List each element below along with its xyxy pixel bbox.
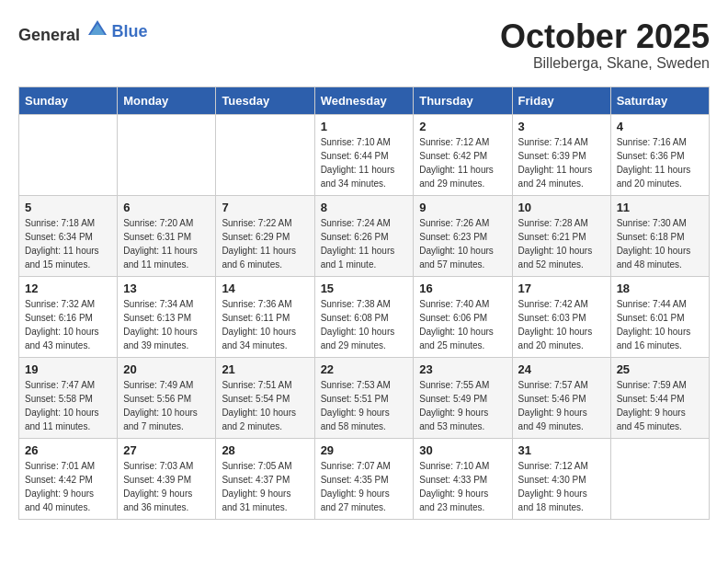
- calendar-cell: 15Sunrise: 7:38 AM Sunset: 6:08 PM Dayli…: [314, 276, 414, 357]
- title-area: October 2025 Billeberga, Skane, Sweden: [500, 18, 710, 72]
- calendar-cell: 14Sunrise: 7:36 AM Sunset: 6:11 PM Dayli…: [216, 276, 314, 357]
- day-info: Sunrise: 7:38 AM Sunset: 6:08 PM Dayligh…: [321, 297, 408, 352]
- day-info: Sunrise: 7:51 AM Sunset: 5:54 PM Dayligh…: [222, 378, 308, 433]
- weekday-header-friday: Friday: [512, 86, 610, 114]
- day-info: Sunrise: 7:44 AM Sunset: 6:01 PM Dayligh…: [617, 297, 703, 352]
- day-number: 8: [321, 201, 408, 214]
- calendar-cell: [610, 438, 709, 519]
- logo-general-text: General: [18, 26, 80, 44]
- calendar-cell: 8Sunrise: 7:24 AM Sunset: 6:26 PM Daylig…: [314, 195, 414, 276]
- calendar-week-row: 12Sunrise: 7:32 AM Sunset: 6:16 PM Dayli…: [19, 276, 710, 357]
- day-number: 4: [617, 120, 703, 133]
- calendar-cell: 24Sunrise: 7:57 AM Sunset: 5:46 PM Dayli…: [512, 357, 610, 438]
- day-number: 12: [25, 282, 111, 295]
- day-number: 20: [123, 362, 210, 376]
- calendar-cell: 23Sunrise: 7:55 AM Sunset: 5:49 PM Dayli…: [414, 357, 512, 438]
- day-info: Sunrise: 7:10 AM Sunset: 4:33 PM Dayligh…: [419, 459, 506, 514]
- weekday-header-thursday: Thursday: [414, 86, 512, 114]
- day-info: Sunrise: 7:26 AM Sunset: 6:23 PM Dayligh…: [419, 216, 506, 271]
- day-info: Sunrise: 7:59 AM Sunset: 5:44 PM Dayligh…: [617, 378, 703, 433]
- day-number: 25: [617, 362, 703, 376]
- day-number: 1: [321, 120, 408, 133]
- day-info: Sunrise: 7:12 AM Sunset: 6:42 PM Dayligh…: [419, 135, 506, 190]
- day-number: 27: [123, 443, 210, 457]
- day-info: Sunrise: 7:34 AM Sunset: 6:13 PM Dayligh…: [123, 297, 210, 352]
- day-info: Sunrise: 7:12 AM Sunset: 4:30 PM Dayligh…: [518, 459, 605, 514]
- day-info: Sunrise: 7:14 AM Sunset: 6:39 PM Dayligh…: [518, 135, 605, 190]
- day-info: Sunrise: 7:42 AM Sunset: 6:03 PM Dayligh…: [518, 297, 605, 352]
- logo-icon: [86, 18, 108, 40]
- day-number: 29: [321, 443, 408, 457]
- weekday-header-wednesday: Wednesday: [314, 86, 414, 114]
- calendar-cell: 31Sunrise: 7:12 AM Sunset: 4:30 PM Dayli…: [512, 438, 610, 519]
- calendar-cell: [118, 114, 216, 195]
- day-info: Sunrise: 7:47 AM Sunset: 5:58 PM Dayligh…: [25, 378, 111, 433]
- day-number: 28: [222, 443, 308, 457]
- calendar-cell: 17Sunrise: 7:42 AM Sunset: 6:03 PM Dayli…: [512, 276, 610, 357]
- logo: General Blue: [18, 18, 148, 45]
- day-info: Sunrise: 7:18 AM Sunset: 6:34 PM Dayligh…: [25, 216, 111, 271]
- day-number: 6: [123, 201, 210, 214]
- calendar-week-row: 26Sunrise: 7:01 AM Sunset: 4:42 PM Dayli…: [19, 438, 710, 519]
- day-number: 31: [518, 443, 605, 457]
- calendar-cell: 9Sunrise: 7:26 AM Sunset: 6:23 PM Daylig…: [414, 195, 512, 276]
- day-info: Sunrise: 7:03 AM Sunset: 4:39 PM Dayligh…: [123, 459, 210, 514]
- day-number: 15: [321, 282, 408, 295]
- calendar-cell: 10Sunrise: 7:28 AM Sunset: 6:21 PM Dayli…: [512, 195, 610, 276]
- calendar-week-row: 19Sunrise: 7:47 AM Sunset: 5:58 PM Dayli…: [19, 357, 710, 438]
- calendar-cell: 11Sunrise: 7:30 AM Sunset: 6:18 PM Dayli…: [610, 195, 709, 276]
- day-number: 11: [617, 201, 703, 214]
- day-number: 2: [419, 120, 506, 133]
- calendar-cell: 13Sunrise: 7:34 AM Sunset: 6:13 PM Dayli…: [118, 276, 216, 357]
- calendar-cell: 6Sunrise: 7:20 AM Sunset: 6:31 PM Daylig…: [118, 195, 216, 276]
- day-number: 7: [222, 201, 308, 214]
- day-number: 24: [518, 362, 605, 376]
- day-info: Sunrise: 7:49 AM Sunset: 5:56 PM Dayligh…: [123, 378, 210, 433]
- day-number: 10: [518, 201, 605, 214]
- calendar-week-row: 5Sunrise: 7:18 AM Sunset: 6:34 PM Daylig…: [19, 195, 710, 276]
- calendar-cell: 4Sunrise: 7:16 AM Sunset: 6:36 PM Daylig…: [610, 114, 709, 195]
- calendar-cell: 19Sunrise: 7:47 AM Sunset: 5:58 PM Dayli…: [19, 357, 118, 438]
- day-number: 22: [321, 362, 408, 376]
- calendar-cell: 7Sunrise: 7:22 AM Sunset: 6:29 PM Daylig…: [216, 195, 314, 276]
- logo-blue-text: Blue: [112, 22, 148, 40]
- day-info: Sunrise: 7:16 AM Sunset: 6:36 PM Dayligh…: [617, 135, 703, 190]
- day-info: Sunrise: 7:05 AM Sunset: 4:37 PM Dayligh…: [222, 459, 308, 514]
- day-number: 5: [25, 201, 111, 214]
- day-number: 3: [518, 120, 605, 133]
- calendar-cell: 18Sunrise: 7:44 AM Sunset: 6:01 PM Dayli…: [610, 276, 709, 357]
- day-number: 23: [419, 362, 506, 376]
- day-number: 18: [617, 282, 703, 295]
- calendar-cell: 3Sunrise: 7:14 AM Sunset: 6:39 PM Daylig…: [512, 114, 610, 195]
- calendar-cell: 2Sunrise: 7:12 AM Sunset: 6:42 PM Daylig…: [414, 114, 512, 195]
- day-info: Sunrise: 7:30 AM Sunset: 6:18 PM Dayligh…: [617, 216, 703, 271]
- day-number: 14: [222, 282, 308, 295]
- calendar-table: SundayMondayTuesdayWednesdayThursdayFrid…: [18, 86, 710, 520]
- calendar-cell: 5Sunrise: 7:18 AM Sunset: 6:34 PM Daylig…: [19, 195, 118, 276]
- day-info: Sunrise: 7:07 AM Sunset: 4:35 PM Dayligh…: [321, 459, 408, 514]
- day-info: Sunrise: 7:24 AM Sunset: 6:26 PM Dayligh…: [321, 216, 408, 271]
- page-header: General Blue October 2025 Billeberga, Sk…: [18, 18, 710, 72]
- calendar-cell: 1Sunrise: 7:10 AM Sunset: 6:44 PM Daylig…: [314, 114, 414, 195]
- calendar-cell: [216, 114, 314, 195]
- calendar-cell: 25Sunrise: 7:59 AM Sunset: 5:44 PM Dayli…: [610, 357, 709, 438]
- day-info: Sunrise: 7:55 AM Sunset: 5:49 PM Dayligh…: [419, 378, 506, 433]
- day-info: Sunrise: 7:53 AM Sunset: 5:51 PM Dayligh…: [321, 378, 408, 433]
- day-info: Sunrise: 7:32 AM Sunset: 6:16 PM Dayligh…: [25, 297, 111, 352]
- calendar-cell: 20Sunrise: 7:49 AM Sunset: 5:56 PM Dayli…: [118, 357, 216, 438]
- month-title: October 2025: [500, 18, 710, 55]
- calendar-cell: 29Sunrise: 7:07 AM Sunset: 4:35 PM Dayli…: [314, 438, 414, 519]
- calendar-cell: 22Sunrise: 7:53 AM Sunset: 5:51 PM Dayli…: [314, 357, 414, 438]
- weekday-header-monday: Monday: [118, 86, 216, 114]
- calendar-week-row: 1Sunrise: 7:10 AM Sunset: 6:44 PM Daylig…: [19, 114, 710, 195]
- calendar-cell: 16Sunrise: 7:40 AM Sunset: 6:06 PM Dayli…: [414, 276, 512, 357]
- day-number: 19: [25, 362, 111, 376]
- location-text: Billeberga, Skane, Sweden: [500, 55, 710, 72]
- weekday-header-tuesday: Tuesday: [216, 86, 314, 114]
- day-number: 26: [25, 443, 111, 457]
- day-number: 16: [419, 282, 506, 295]
- day-number: 17: [518, 282, 605, 295]
- day-info: Sunrise: 7:36 AM Sunset: 6:11 PM Dayligh…: [222, 297, 308, 352]
- calendar-cell: 21Sunrise: 7:51 AM Sunset: 5:54 PM Dayli…: [216, 357, 314, 438]
- day-number: 30: [419, 443, 506, 457]
